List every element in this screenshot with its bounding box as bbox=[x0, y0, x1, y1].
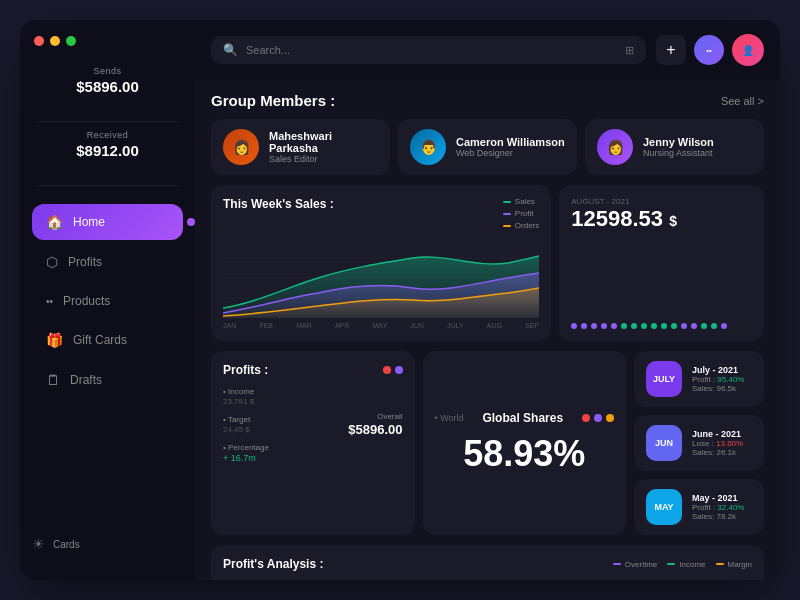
x-label-4: MAY bbox=[372, 322, 387, 329]
legend-overtime: Overtime bbox=[613, 560, 657, 569]
maximize-button[interactable] bbox=[66, 36, 76, 46]
analysis-legend: Overtime Income Margin bbox=[613, 560, 752, 569]
legend-label-sales: Sales bbox=[515, 197, 535, 206]
month-card-july: JULY July - 2021 Profit : 95.40% Sales: … bbox=[634, 351, 764, 407]
gift-icon: 🎁 bbox=[46, 332, 63, 348]
member-name-1: Cameron Williamson bbox=[456, 136, 565, 148]
may-info: May - 2021 Profit : 32.40% Sales: 78.2k bbox=[692, 493, 752, 521]
members-row: 👩 Maheshwari Parkasha Sales Editor 👨 Cam… bbox=[211, 119, 764, 175]
sidebar: Sends $5896.00 Received $8912.00 🏠 Home … bbox=[20, 20, 195, 580]
profits-title: Profits : bbox=[223, 363, 268, 377]
topbar-actions: + •• 👤 bbox=[656, 34, 764, 66]
month-card-june: JUN June - 2021 Lose : 13.60% Sales: 26.… bbox=[634, 415, 764, 471]
june-title: June - 2021 bbox=[692, 429, 752, 439]
x-label-3: APR bbox=[335, 322, 349, 329]
sidebar-item-drafts[interactable]: 🗒 Drafts bbox=[32, 362, 183, 398]
user-avatar[interactable]: 👤 bbox=[732, 34, 764, 66]
stats-value: 12598.53 bbox=[571, 206, 663, 231]
sidebar-item-home[interactable]: 🏠 Home bbox=[32, 204, 183, 240]
notification-avatar[interactable]: •• bbox=[694, 35, 724, 65]
sidebar-item-gift-cards[interactable]: 🎁 Gift Cards bbox=[32, 322, 183, 358]
legend-orders: Orders bbox=[503, 221, 539, 230]
sidebar-item-drafts-label: Drafts bbox=[70, 373, 102, 387]
legend-dot-profit bbox=[503, 213, 511, 215]
may-title: May - 2021 bbox=[692, 493, 752, 503]
add-button[interactable]: + bbox=[656, 35, 686, 65]
x-label-2: MAR bbox=[296, 322, 312, 329]
member-card-1: 👨 Cameron Williamson Web Designer bbox=[398, 119, 577, 175]
stat-dot bbox=[701, 323, 707, 329]
overall-value: $5896.00 bbox=[348, 422, 402, 437]
stat-dot bbox=[641, 323, 647, 329]
profits-card: Profits : • Income 23,781 $ bbox=[211, 351, 415, 535]
global-title: Global Shares bbox=[482, 411, 563, 425]
july-info: July - 2021 Profit : 95.40% Sales: 96.5k bbox=[692, 365, 752, 393]
received-amount: $8912.00 bbox=[76, 142, 139, 159]
profits-color-dots bbox=[383, 366, 403, 374]
profit-dot-2 bbox=[395, 366, 403, 374]
x-label-8: SEP bbox=[525, 322, 539, 329]
analysis-section: Profit's Analysis : Overtime Income M bbox=[211, 545, 764, 580]
may-detail: Profit : 32.40% Sales: 78.2k bbox=[692, 503, 752, 521]
chart-legend: Sales Profit Orders bbox=[503, 197, 539, 230]
cards-label: Cards bbox=[53, 539, 80, 550]
profits-icon: ⬡ bbox=[46, 254, 58, 270]
x-label-1: FEB bbox=[259, 322, 273, 329]
toggle-icon[interactable]: ☀ bbox=[32, 536, 45, 552]
analysis-title: Profit's Analysis : bbox=[223, 557, 323, 571]
june-abbr: JUN bbox=[655, 438, 673, 448]
products-icon: •• bbox=[46, 296, 53, 307]
stats-amount: 12598.53 $ bbox=[571, 206, 752, 232]
x-label-7: AUG bbox=[487, 322, 502, 329]
see-all-link[interactable]: See all > bbox=[721, 95, 764, 107]
legend-label-profit: Profit bbox=[515, 209, 534, 218]
stat-dot bbox=[611, 323, 617, 329]
search-input[interactable] bbox=[246, 44, 617, 56]
sidebar-item-products[interactable]: •• Products bbox=[32, 284, 183, 318]
stat-dot bbox=[571, 323, 577, 329]
legend-income: Income bbox=[667, 560, 705, 569]
july-badge: JULY bbox=[646, 361, 682, 397]
legend-dot-overtime bbox=[613, 563, 621, 565]
search-bar[interactable]: 🔍 ⊞ bbox=[211, 36, 646, 64]
profits-list: • Income 23,781 $ • Target 24,45 $ Overa… bbox=[223, 387, 403, 463]
main-content: 🔍 ⊞ + •• 👤 Group Members : See all > 👩 bbox=[195, 20, 780, 580]
grid-view-icon[interactable]: ⊞ bbox=[625, 44, 634, 57]
target-sub: 24,45 $ bbox=[223, 425, 250, 434]
global-header: • World Global Shares bbox=[435, 411, 615, 425]
member-name-2: Jenny Wilson bbox=[643, 136, 714, 148]
received-label: Received bbox=[76, 130, 139, 140]
world-label: • World bbox=[435, 413, 464, 423]
global-shares-card: • World Global Shares 58.93% bbox=[423, 351, 627, 535]
close-button[interactable] bbox=[34, 36, 44, 46]
sidebar-item-profits[interactable]: ⬡ Profits bbox=[32, 244, 183, 280]
monthly-column: JULY July - 2021 Profit : 95.40% Sales: … bbox=[634, 351, 764, 535]
window-controls bbox=[20, 36, 76, 46]
x-label-5: JUN bbox=[410, 322, 424, 329]
stat-dot bbox=[671, 323, 677, 329]
sidebar-item-products-label: Products bbox=[63, 294, 110, 308]
member-avatar-2: 👩 bbox=[597, 129, 633, 165]
stat-dot bbox=[691, 323, 697, 329]
sidebar-nav: 🏠 Home ⬡ Profits •• Products 🎁 Gift Card… bbox=[20, 204, 195, 398]
home-icon: 🏠 bbox=[46, 214, 63, 230]
july-detail: Profit : 95.40% Sales: 96.5k bbox=[692, 375, 752, 393]
member-card-2: 👩 Jenny Wilson Nursing Assistant bbox=[585, 119, 764, 175]
member-avatar-1: 👨 bbox=[410, 129, 446, 165]
sends-amount: $5896.00 bbox=[76, 78, 139, 95]
minimize-button[interactable] bbox=[50, 36, 60, 46]
dots-visualization bbox=[571, 323, 752, 329]
june-badge: JUN bbox=[646, 425, 682, 461]
sales-chart-card: This Week's Sales : Sales Profit bbox=[211, 185, 551, 341]
x-label-0: JAN bbox=[223, 322, 236, 329]
sidebar-divider-2 bbox=[38, 185, 178, 186]
legend-dot-margin bbox=[716, 563, 724, 565]
stat-dot bbox=[581, 323, 587, 329]
income-label: • Income bbox=[223, 387, 403, 396]
june-detail: Lose : 13.60% Sales: 26.1k bbox=[692, 439, 752, 457]
june-info: June - 2021 Lose : 13.60% Sales: 26.1k bbox=[692, 429, 752, 457]
chart-title: This Week's Sales : bbox=[223, 197, 334, 211]
legend-label-orders: Orders bbox=[515, 221, 539, 230]
stats-date: AUGUST - 2021 bbox=[571, 197, 752, 206]
stat-dot bbox=[631, 323, 637, 329]
